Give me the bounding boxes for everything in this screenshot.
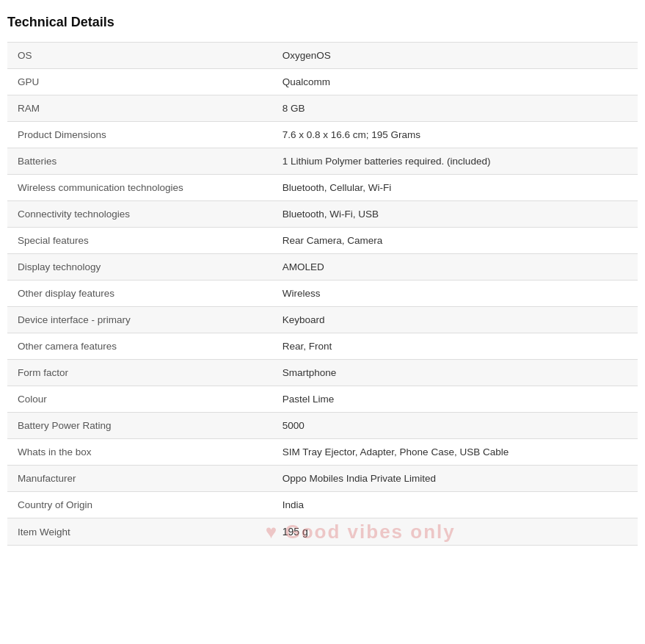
table-row: Batteries1 Lithium Polymer batteries req…: [7, 148, 638, 175]
spec-label: Country of Origin: [7, 492, 272, 518]
spec-label: OS: [7, 43, 272, 69]
table-row: Country of OriginIndia: [7, 492, 638, 518]
spec-value: 7.6 x 0.8 x 16.6 cm; 195 Grams: [272, 122, 638, 148]
table-row: ManufacturerOppo Mobiles India Private L…: [7, 466, 638, 492]
spec-label: Item Weight: [7, 518, 272, 546]
spec-value: OxygenOS: [272, 43, 638, 69]
spec-label: Battery Power Rating: [7, 413, 272, 439]
spec-value: Bluetooth, Cellular, Wi-Fi: [272, 175, 638, 201]
spec-label: Batteries: [7, 148, 272, 175]
spec-label: Display technology: [7, 254, 272, 281]
spec-label: Other display features: [7, 281, 272, 307]
spec-label: Colour: [7, 386, 272, 413]
table-row: GPUQualcomm: [7, 69, 638, 95]
table-row: Special featuresRear Camera, Camera: [7, 228, 638, 254]
table-row: Other camera featuresRear, Front: [7, 333, 638, 360]
spec-value: Rear, Front: [272, 333, 638, 360]
table-row: OSOxygenOS: [7, 43, 638, 69]
spec-label: Connectivity technologies: [7, 201, 272, 228]
spec-value: Oppo Mobiles India Private Limited: [272, 466, 638, 492]
table-row: Item Weight195 g♥ Good vibes only: [7, 518, 638, 546]
table-row: Connectivity technologiesBluetooth, Wi-F…: [7, 201, 638, 228]
spec-label: Wireless communication technologies: [7, 175, 272, 201]
spec-value: Keyboard: [272, 307, 638, 333]
spec-value: Wireless: [272, 281, 638, 307]
table-row: RAM8 GB: [7, 95, 638, 122]
spec-value: 8 GB: [272, 95, 638, 122]
spec-value: 5000: [272, 413, 638, 439]
spec-value: 195 g: [272, 518, 638, 546]
spec-label: Whats in the box: [7, 439, 272, 466]
table-row: Battery Power Rating5000: [7, 413, 638, 439]
spec-value: 1 Lithium Polymer batteries required. (i…: [272, 148, 638, 175]
table-row: Product Dimensions7.6 x 0.8 x 16.6 cm; 1…: [7, 122, 638, 148]
table-row: Device interface - primaryKeyboard: [7, 307, 638, 333]
spec-value: AMOLED: [272, 254, 638, 281]
table-row: Form factorSmartphone: [7, 360, 638, 386]
spec-label: RAM: [7, 95, 272, 122]
spec-value: SIM Tray Ejector, Adapter, Phone Case, U…: [272, 439, 638, 466]
spec-label: GPU: [7, 69, 272, 95]
spec-value: Smartphone: [272, 360, 638, 386]
spec-label: Product Dimensions: [7, 122, 272, 148]
spec-label: Manufacturer: [7, 466, 272, 492]
table-row: ColourPastel Lime: [7, 386, 638, 413]
spec-label: Form factor: [7, 360, 272, 386]
spec-value: Pastel Lime: [272, 386, 638, 413]
table-row: Other display featuresWireless: [7, 281, 638, 307]
spec-label: Other camera features: [7, 333, 272, 360]
page-title: Technical Details: [7, 15, 638, 30]
table-row: Whats in the boxSIM Tray Ejector, Adapte…: [7, 439, 638, 466]
table-row: Display technologyAMOLED: [7, 254, 638, 281]
spec-value: Qualcomm: [272, 69, 638, 95]
technical-details-table: OSOxygenOSGPUQualcommRAM8 GBProduct Dime…: [7, 42, 638, 546]
spec-value: Rear Camera, Camera: [272, 228, 638, 254]
spec-value: Bluetooth, Wi-Fi, USB: [272, 201, 638, 228]
spec-label: Device interface - primary: [7, 307, 272, 333]
table-row: Wireless communication technologiesBluet…: [7, 175, 638, 201]
spec-value: India: [272, 492, 638, 518]
spec-label: Special features: [7, 228, 272, 254]
